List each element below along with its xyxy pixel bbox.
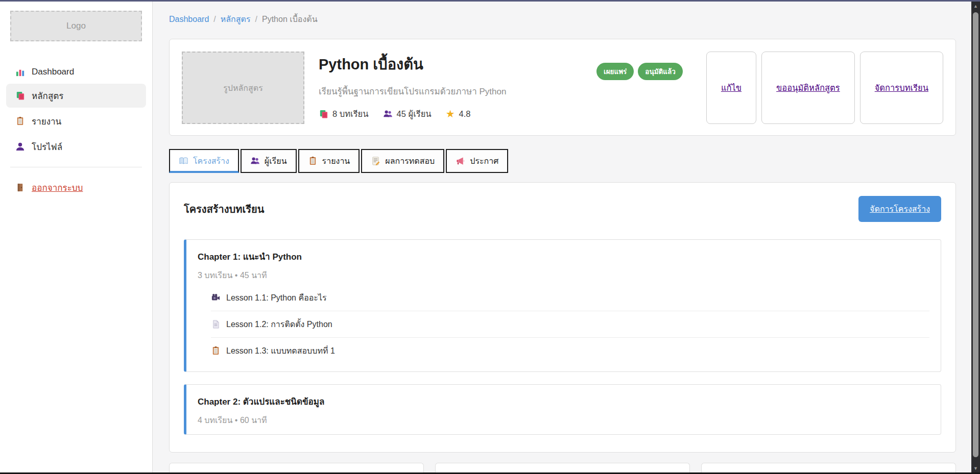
scroll-up-button[interactable]: ▲ [971, 2, 980, 10]
course-image-placeholder: รูปหลักสูตร [182, 52, 304, 124]
lessons-count-stat: 8 บทเรียน [319, 107, 369, 120]
manage-lessons-button[interactable]: จัดการบทเรียน [860, 52, 943, 124]
tab-reports[interactable]: รายงาน [298, 149, 360, 173]
course-info: Python เบื้องต้น เรียนรู้พื้นฐานการเขียน… [319, 52, 582, 120]
structure-panel: โครงสร้างบทเรียน จัดการโครงสร้าง Chapter… [169, 182, 956, 453]
bottom-cards-row [169, 463, 956, 472]
breadcrumb-separator: / [255, 15, 257, 24]
star-icon: ★ [446, 109, 455, 119]
person-icon [15, 142, 25, 152]
chapter-meta: 3 บทเรียน • 45 นาที [198, 269, 929, 282]
vertical-scrollbar[interactable]: ▲ ▼ [971, 2, 980, 472]
logo-placeholder: Logo [10, 11, 142, 41]
sidebar-item-label: หลักสูตร [32, 89, 63, 103]
document-icon [211, 319, 221, 329]
lesson-row-1-1: Lesson 1.1: Python คืออะไร [211, 285, 929, 311]
course-stats: 8 บทเรียน 45 ผู้เรียน ★ 4.8 [319, 107, 582, 120]
manage-structure-link[interactable]: จัดการโครงสร้าง [870, 205, 930, 213]
manage-lessons-link[interactable]: จัดการบทเรียน [875, 81, 928, 94]
tab-label: ประกาศ [470, 155, 498, 167]
students-count-label: 45 ผู้เรียน [397, 107, 432, 120]
lesson-label: Lesson 1.3: แบบทดสอบบทที่ 1 [226, 344, 335, 357]
clipboard-icon [211, 346, 221, 356]
structure-title: โครงสร้างบทเรียน [184, 201, 264, 217]
edit-course-link[interactable]: แก้ไข [721, 81, 742, 94]
main-content: Dashboard / หลักสูตร / Python เบื้องต้น … [153, 2, 980, 472]
tab-students[interactable]: ผู้เรียน [241, 149, 297, 173]
tab-test-results[interactable]: ผลการทดสอบ [361, 149, 444, 173]
course-header-card: รูปหลักสูตร Python เบื้องต้น เรียนรู้พื้… [169, 39, 956, 136]
request-approval-button[interactable]: ขออนุมัติหลักสูตร [761, 52, 855, 124]
course-title: Python เบื้องต้น [319, 53, 582, 76]
lesson-row-1-2: Lesson 1.2: การติดตั้ง Python [211, 311, 929, 337]
sidebar-divider [10, 167, 142, 167]
breadcrumb-courses-link[interactable]: หลักสูตร [221, 13, 251, 26]
sidebar-item-reports[interactable]: รายงาน [6, 109, 146, 133]
edit-course-button[interactable]: แก้ไข [706, 52, 756, 124]
books-icon [15, 91, 25, 101]
sidebar-item-label: รายงาน [32, 114, 61, 128]
breadcrumb-current-page: Python เบื้องต้น [262, 13, 318, 26]
structure-header: โครงสร้างบทเรียน จัดการโครงสร้าง [184, 196, 941, 222]
breadcrumb: Dashboard / หลักสูตร / Python เบื้องต้น [169, 13, 956, 26]
lesson-row-1-3: Lesson 1.3: แบบทดสอบบทที่ 1 [211, 337, 929, 364]
tab-label: รายงาน [322, 155, 350, 167]
breadcrumb-dashboard-link[interactable]: Dashboard [169, 15, 209, 24]
sidebar-item-courses[interactable]: หลักสูตร [6, 84, 146, 108]
video-camera-icon [211, 293, 221, 303]
bottom-card-1 [169, 463, 424, 472]
course-image-placeholder-label: รูปหลักสูตร [223, 82, 263, 94]
lessons-count-label: 8 บทเรียน [332, 107, 369, 120]
scrollbar-thumb[interactable] [973, 12, 978, 457]
tab-label: ผู้เรียน [265, 155, 287, 167]
chapter-card-2: Chapter 2: ตัวแปรและชนิดข้อมูล 4 บทเรียน… [184, 384, 941, 435]
logout-button[interactable]: ออกจากระบบ [6, 176, 146, 199]
chapter-title: Chapter 2: ตัวแปรและชนิดข้อมูล [198, 394, 929, 408]
sidebar-item-profile[interactable]: โปรไฟล์ [6, 135, 146, 159]
rating-value: 4.8 [459, 109, 471, 119]
course-status-badges: เผยแพร่ อนุมัติแล้ว [596, 63, 683, 80]
bottom-card-2 [435, 463, 690, 472]
bottom-card-3 [701, 463, 956, 472]
lesson-list: Lesson 1.1: Python คืออะไร Lesson 1.2: ก… [211, 285, 929, 364]
course-tabs: โครงสร้าง ผู้เรียน รายงาน ผลการทดสอบ ประ… [169, 149, 956, 173]
logout-label: ออกจากระบบ [32, 181, 83, 194]
tab-label: โครงสร้าง [193, 155, 229, 167]
tab-announcements[interactable]: ประกาศ [446, 149, 508, 173]
breadcrumb-separator: / [213, 15, 216, 24]
chapter-meta: 4 บทเรียน • 60 นาที [198, 414, 929, 427]
sidebar-item-dashboard[interactable]: Dashboard [6, 62, 146, 82]
students-count-stat: 45 ผู้เรียน [383, 107, 432, 120]
course-action-buttons: แก้ไข ขออนุมัติหลักสูตร จัดการบทเรียน [706, 52, 943, 124]
lesson-label: Lesson 1.2: การติดตั้ง Python [226, 318, 332, 331]
sidebar-item-label: โปรไฟล์ [32, 140, 62, 154]
books-icon [319, 109, 328, 119]
sidebar-item-label: Dashboard [32, 67, 74, 77]
tab-label: ผลการทดสอบ [385, 155, 435, 167]
request-approval-link[interactable]: ขออนุมัติหลักสูตร [776, 81, 840, 94]
app-root: Logo Dashboard หลักสูตร รายงาน โปรไฟล์ [0, 2, 980, 472]
open-book-icon [179, 156, 188, 166]
clipboard-icon [15, 116, 25, 126]
busts-icon [250, 156, 260, 166]
door-icon [15, 183, 25, 192]
chapter-title: Chapter 1: แนะนำ Python [198, 250, 929, 263]
logo-text: Logo [66, 21, 86, 31]
manage-structure-button[interactable]: จัดการโครงสร้าง [858, 196, 941, 222]
approved-badge: อนุมัติแล้ว [638, 63, 683, 80]
bar-chart-icon [15, 67, 25, 77]
chapter-card-1: Chapter 1: แนะนำ Python 3 บทเรียน • 45 น… [184, 239, 941, 372]
memo-icon [371, 156, 380, 166]
course-description: เรียนรู้พื้นฐานการเขียนโปรแกรมด้วยภาษา P… [319, 84, 582, 98]
tab-structure[interactable]: โครงสร้าง [169, 149, 239, 173]
megaphone-icon [456, 156, 465, 166]
sidebar: Logo Dashboard หลักสูตร รายงาน โปรไฟล์ [0, 2, 153, 472]
rating-stat: ★ 4.8 [446, 109, 471, 119]
lesson-label: Lesson 1.1: Python คืออะไร [226, 291, 327, 304]
scroll-down-button[interactable]: ▼ [971, 464, 980, 472]
sidebar-nav: Dashboard หลักสูตร รายงาน โปรไฟล์ [0, 62, 152, 159]
published-badge: เผยแพร่ [596, 63, 634, 80]
busts-icon [383, 109, 393, 119]
clipboard-icon [308, 156, 318, 166]
